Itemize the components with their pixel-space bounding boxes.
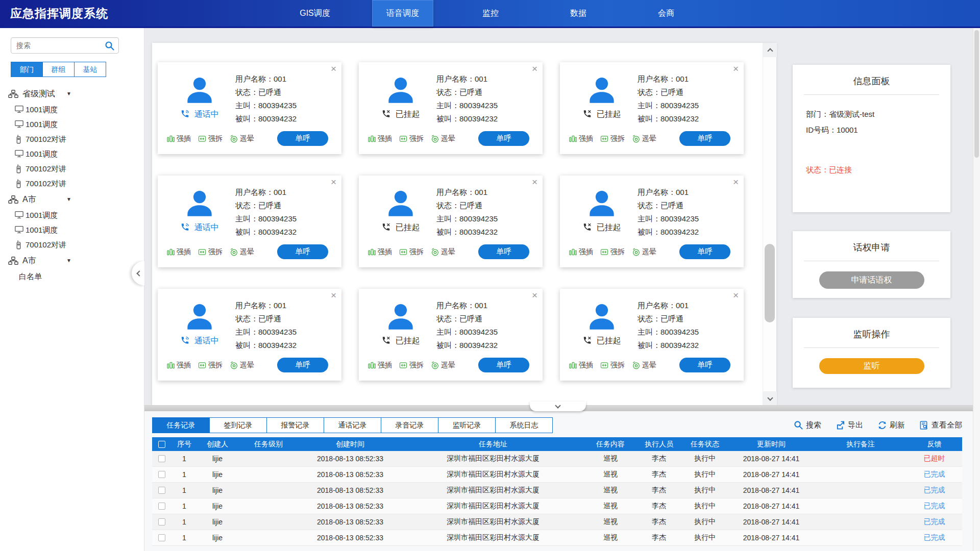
table-row[interactable]: 1 lijie 2018-08-13 08:52:33 深圳市福田区彩田村水源大… xyxy=(152,451,962,467)
cell-feedback[interactable]: 已完成 xyxy=(906,502,962,511)
row-checkbox[interactable] xyxy=(158,503,165,510)
tree-item[interactable]: 700102对讲 ▼ xyxy=(0,237,144,252)
close-icon[interactable]: × xyxy=(733,177,739,188)
row-checkbox[interactable] xyxy=(158,455,165,462)
single-call-button[interactable]: 单呼 xyxy=(478,244,529,259)
force-release-button[interactable]: 强拆 xyxy=(600,247,625,257)
remote-stun-button[interactable]: 遥晕 xyxy=(431,134,455,143)
refresh-button[interactable]: 刷新 xyxy=(877,420,905,430)
force-insert-button[interactable]: 强插 xyxy=(368,361,392,370)
nav-item[interactable]: GIS调度 xyxy=(284,0,346,27)
force-release-button[interactable]: 强拆 xyxy=(198,247,223,257)
force-insert-button[interactable]: 强插 xyxy=(569,361,593,370)
force-release-button[interactable]: 强拆 xyxy=(198,134,223,143)
scrollbar-thumb[interactable] xyxy=(765,244,775,322)
tree-item[interactable]: 700102对讲 ▼ xyxy=(0,132,144,146)
scroll-down-arrow[interactable] xyxy=(763,391,777,406)
nav-item[interactable]: 监控 xyxy=(460,0,521,27)
bottom-tab[interactable]: 系统日志 xyxy=(495,417,553,433)
cell-feedback[interactable]: 已完成 xyxy=(906,486,962,495)
row-checkbox[interactable] xyxy=(158,487,165,494)
page-scrollbar[interactable] xyxy=(973,28,980,551)
cards-scrollbar[interactable] xyxy=(763,43,776,406)
sidebar-tab[interactable]: 群组 xyxy=(42,62,75,77)
tree-item[interactable]: 700102对讲 ▼ xyxy=(0,161,144,176)
force-release-button[interactable]: 强拆 xyxy=(600,361,625,370)
sidebar-tab[interactable]: 基站 xyxy=(74,62,106,77)
remote-stun-button[interactable]: 遥晕 xyxy=(230,134,254,143)
single-call-button[interactable]: 单呼 xyxy=(277,358,328,372)
force-release-button[interactable]: 强拆 xyxy=(399,134,424,143)
close-icon[interactable]: × xyxy=(532,290,537,301)
tree-item[interactable]: 1001调度 ▼ xyxy=(0,117,144,132)
tree-item[interactable]: 白名单 ▼ xyxy=(0,269,144,284)
nav-item[interactable]: 数据 xyxy=(548,0,609,27)
single-call-button[interactable]: 单呼 xyxy=(277,244,328,259)
table-row[interactable]: 1 lijie 2018-08-13 08:52:33 深圳市福田区彩田村水源大… xyxy=(152,467,962,483)
force-insert-button[interactable]: 强插 xyxy=(569,247,593,257)
row-checkbox[interactable] xyxy=(158,534,165,541)
select-all-checkbox[interactable] xyxy=(158,441,165,448)
cell-feedback[interactable]: 已完成 xyxy=(906,517,962,527)
single-call-button[interactable]: 单呼 xyxy=(478,358,529,372)
caret-down-icon[interactable]: ▼ xyxy=(66,85,71,102)
single-call-button[interactable]: 单呼 xyxy=(679,244,730,259)
monitor-button[interactable]: 监听 xyxy=(819,358,924,374)
bottom-tab[interactable]: 签到记录 xyxy=(209,417,267,433)
close-icon[interactable]: × xyxy=(532,63,537,74)
force-insert-button[interactable]: 强插 xyxy=(167,134,191,143)
search-button[interactable]: 搜索 xyxy=(794,420,821,430)
table-row[interactable]: 1 lijie 2018-08-13 08:52:33 深圳市福田区彩田村水源大… xyxy=(152,483,962,498)
bottom-collapse-handle[interactable] xyxy=(530,402,586,411)
remote-stun-button[interactable]: 遥晕 xyxy=(632,361,656,370)
force-insert-button[interactable]: 强插 xyxy=(368,247,392,257)
close-icon[interactable]: × xyxy=(733,63,739,74)
row-checkbox[interactable] xyxy=(158,471,165,478)
close-icon[interactable]: × xyxy=(331,177,336,188)
remote-stun-button[interactable]: 遥晕 xyxy=(431,361,455,370)
request-floor-button[interactable]: 申请话语权 xyxy=(819,271,924,289)
table-row[interactable]: 1 lijie 2018-08-13 08:52:33 深圳市福田区彩田村水源大… xyxy=(152,530,962,546)
nav-item[interactable]: 语音调度 xyxy=(372,0,433,27)
remote-stun-button[interactable]: 遥晕 xyxy=(230,361,254,370)
close-icon[interactable]: × xyxy=(733,290,739,301)
search-icon[interactable] xyxy=(105,41,115,51)
force-insert-button[interactable]: 强插 xyxy=(167,247,191,257)
table-row[interactable]: 1 lijie 2018-08-13 08:52:33 深圳市福田区彩田村水源大… xyxy=(152,514,962,530)
single-call-button[interactable]: 单呼 xyxy=(679,358,730,372)
force-insert-button[interactable]: 强插 xyxy=(167,361,191,370)
remote-stun-button[interactable]: 遥晕 xyxy=(632,134,656,143)
search-input[interactable] xyxy=(11,38,98,53)
bottom-tab[interactable]: 监听记录 xyxy=(438,417,496,433)
remote-stun-button[interactable]: 遥晕 xyxy=(230,247,254,257)
close-icon[interactable]: × xyxy=(331,290,336,301)
page-scrollbar-thumb[interactable] xyxy=(974,30,979,158)
export-button[interactable]: 导出 xyxy=(836,420,863,430)
scroll-up-arrow[interactable] xyxy=(763,43,777,57)
force-release-button[interactable]: 强拆 xyxy=(399,247,424,257)
tree-item[interactable]: 1001调度 ▼ xyxy=(0,102,144,117)
force-insert-button[interactable]: 强插 xyxy=(368,134,392,143)
row-checkbox[interactable] xyxy=(158,518,165,525)
bottom-tab[interactable]: 录音记录 xyxy=(381,417,438,433)
force-release-button[interactable]: 强拆 xyxy=(198,361,223,370)
tree-item[interactable]: A市 ▼ xyxy=(0,191,144,208)
single-call-button[interactable]: 单呼 xyxy=(478,131,529,146)
cell-feedback[interactable]: 已完成 xyxy=(906,470,962,479)
table-row[interactable]: 1 lijie 2018-08-13 08:52:33 深圳市福田区彩田村水源大… xyxy=(152,498,962,514)
single-call-button[interactable]: 单呼 xyxy=(679,131,730,146)
remote-stun-button[interactable]: 遥晕 xyxy=(632,247,656,257)
close-icon[interactable]: × xyxy=(331,63,336,74)
view-all-button[interactable]: 查看全部 xyxy=(919,420,962,430)
tree-item[interactable]: A市 ▼ xyxy=(0,252,144,269)
bottom-tab[interactable]: 任务记录 xyxy=(152,417,210,433)
bottom-tab[interactable]: 通话记录 xyxy=(324,417,381,433)
remote-stun-button[interactable]: 遥晕 xyxy=(431,247,455,257)
tree-item[interactable]: 700102对讲 ▼ xyxy=(0,176,144,191)
cell-feedback[interactable]: 已超时 xyxy=(906,454,962,463)
tree-item[interactable]: 1001调度 ▼ xyxy=(0,222,144,237)
bottom-tab[interactable]: 报警记录 xyxy=(266,417,324,433)
force-insert-button[interactable]: 强插 xyxy=(569,134,593,143)
close-icon[interactable]: × xyxy=(532,177,537,188)
tree-item[interactable]: 省级测试 ▼ xyxy=(0,85,144,102)
